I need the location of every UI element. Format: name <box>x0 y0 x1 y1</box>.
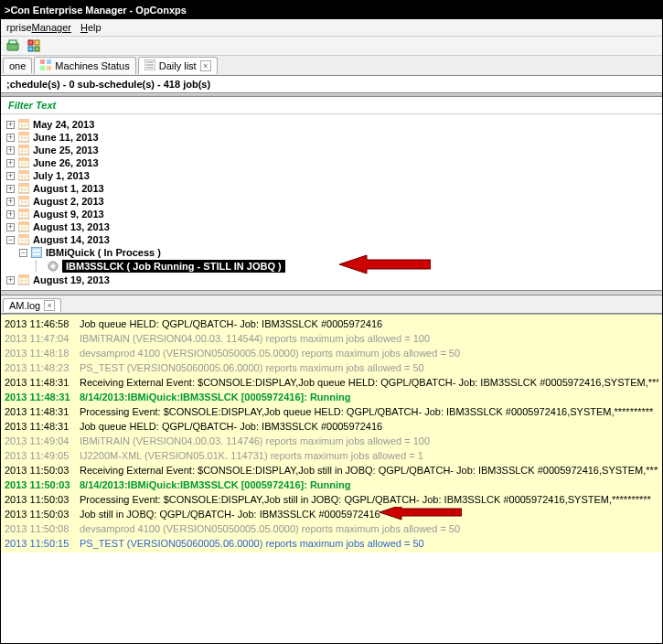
log-timestamp: 2013 11:49:04 <box>5 435 80 446</box>
log-row: 2013 11:50:15PS_TEST (VERSION05060005.06… <box>5 536 658 551</box>
svg-rect-1 <box>9 40 16 44</box>
expand-icon[interactable]: + <box>6 198 15 206</box>
svg-marker-75 <box>380 507 462 520</box>
tree-date-row[interactable]: +August 19, 2013 <box>3 274 660 286</box>
close-icon[interactable]: × <box>44 300 55 311</box>
tree-date-label: August 13, 2013 <box>33 221 110 232</box>
log-row: 2013 11:50:03Job still in JOBQ: QGPL/QBA… <box>5 507 658 521</box>
tree-schedule-row[interactable]: −IBMiQuick ( In Process ) <box>16 246 660 259</box>
svg-rect-30 <box>18 158 29 161</box>
log-panel: 2013 11:46:58Job queue HELD: QGPL/QBATCH… <box>1 314 662 553</box>
tree-date-label: June 26, 2013 <box>33 157 99 168</box>
tree-date-row[interactable]: +June 26, 2013 <box>3 156 660 169</box>
expand-icon[interactable]: + <box>6 134 15 142</box>
log-timestamp: 2013 11:50:03 <box>5 465 80 476</box>
toolbar-icon-2[interactable] <box>27 39 40 52</box>
window-titlebar: >Con Enterprise Manager - OpConxps <box>1 1 662 19</box>
editor-tabstrip: one Machines Status Daily list × <box>1 56 662 76</box>
tree-date-label: July 1, 2013 <box>33 170 90 181</box>
log-row: 2013 11:48:318/14/2013:IBMiQuick:IBM3SSL… <box>5 390 658 404</box>
svg-rect-3 <box>35 40 39 45</box>
tree-date-row[interactable]: −August 14, 2013 <box>3 233 660 246</box>
svg-rect-45 <box>18 197 29 199</box>
tab-label: Daily list <box>159 60 197 71</box>
svg-rect-9 <box>47 66 51 70</box>
tree-date-label: May 24, 2013 <box>33 119 94 130</box>
collapse-icon[interactable]: − <box>6 236 15 244</box>
machines-icon <box>40 59 51 72</box>
tab-one[interactable]: one <box>3 58 32 73</box>
log-row: 2013 11:50:03Processing Event: $CONSOLE:… <box>5 492 658 507</box>
tab-daily-list[interactable]: Daily list × <box>138 57 218 74</box>
log-row: 2013 11:48:18devsamprod 4100 (VERSION050… <box>5 346 658 360</box>
menu-manager[interactable]: rpriseManager <box>6 22 71 33</box>
svg-marker-69 <box>339 255 431 274</box>
log-row: 2013 11:50:038/14/2013:IBMiQuick:IBM3SSL… <box>5 478 658 492</box>
tree-date-row[interactable]: +June 25, 2013 <box>3 144 660 156</box>
svg-rect-64 <box>31 247 42 258</box>
expand-icon[interactable]: + <box>6 121 15 129</box>
svg-rect-60 <box>18 235 29 238</box>
log-row: 2013 11:48:31Processing Event: $CONSOLE:… <box>5 404 658 419</box>
filter-text[interactable]: Filter Text <box>1 97 662 114</box>
tree-date-label: August 9, 2013 <box>33 209 104 220</box>
toolbar-icon-1[interactable] <box>6 39 19 52</box>
tree-date-row[interactable]: +August 2, 2013 <box>3 195 660 208</box>
svg-rect-8 <box>40 66 45 70</box>
svg-rect-5 <box>35 47 39 51</box>
log-timestamp: 2013 11:50:15 <box>5 538 80 549</box>
menu-help[interactable]: Help <box>80 22 102 33</box>
expand-icon[interactable]: + <box>6 276 15 284</box>
svg-rect-7 <box>47 59 51 64</box>
log-row: 2013 11:46:58Job queue HELD: QGPL/QBATCH… <box>5 317 658 331</box>
log-tabstrip: AM.log × <box>1 295 662 314</box>
expand-icon[interactable]: + <box>6 146 15 155</box>
tree-date-row[interactable]: +August 13, 2013 <box>3 220 660 233</box>
log-message: Job queue HELD: QGPL/QBATCH- Job: IBM3SS… <box>80 421 658 432</box>
log-message: Receiving External Event: $CONSOLE:DISPL… <box>80 377 658 388</box>
log-row: 2013 11:50:08devsamprod 4100 (VERSION050… <box>5 521 658 536</box>
expand-icon[interactable]: + <box>6 159 15 167</box>
tree-date-label: August 1, 2013 <box>33 183 104 194</box>
toolbar <box>1 37 662 56</box>
log-message: Receiving External Event: $CONSOLE:DISPL… <box>80 465 658 476</box>
log-timestamp: 2013 11:46:58 <box>5 318 80 329</box>
log-timestamp: 2013 11:50:03 <box>5 479 80 490</box>
log-message: IBMiTRAIN (VERSION04.00.03. 114544) repo… <box>80 333 658 344</box>
collapse-icon[interactable]: − <box>19 249 27 257</box>
svg-rect-71 <box>18 275 29 278</box>
close-icon[interactable]: × <box>200 60 211 71</box>
log-message: devsamprod 4100 (VERSION05050005.05.0000… <box>80 523 658 534</box>
expand-icon[interactable]: + <box>6 185 15 193</box>
tree-date-label: August 2, 2013 <box>33 196 104 207</box>
tree-date-row[interactable]: +August 9, 2013 <box>3 208 660 220</box>
log-message: IJ2200M-XML (VERSION05.01K. 114731) repo… <box>80 450 658 461</box>
tree-date-row[interactable]: +August 1, 2013 <box>3 182 660 195</box>
tree-job-row[interactable]: IBM3SSLCK ( Job Running - STILL IN JOBQ … <box>28 259 660 274</box>
tree-date-row[interactable]: +June 11, 2013 <box>3 131 660 144</box>
tab-label: Machines Status <box>55 60 129 71</box>
log-timestamp: 2013 11:50:03 <box>5 509 80 520</box>
log-tab[interactable]: AM.log × <box>3 298 61 312</box>
svg-rect-65 <box>33 250 40 252</box>
tree-date-row[interactable]: +May 24, 2013 <box>3 118 660 131</box>
log-row: 2013 11:50:03Receiving External Event: $… <box>5 463 658 478</box>
log-timestamp: 2013 11:48:31 <box>5 377 80 388</box>
expand-icon[interactable]: + <box>6 172 15 180</box>
log-tab-label: AM.log <box>9 300 40 311</box>
log-message: PS_TEST (VERSION05060005.06.0000) report… <box>80 538 658 549</box>
log-message: Processing Event: $CONSOLE:DISPLAY,Job q… <box>80 406 658 417</box>
log-timestamp: 2013 11:48:31 <box>5 406 80 417</box>
log-timestamp: 2013 11:47:04 <box>5 333 80 344</box>
log-row: 2013 11:48:23PS_TEST (VERSION05060005.06… <box>5 360 658 375</box>
log-message: Job still in JOBQ: QGPL/QBATCH- Job: IBM… <box>80 509 658 520</box>
log-row: 2013 11:47:04IBMiTRAIN (VERSION04.00.03.… <box>5 331 658 346</box>
schedule-summary: ;chedule(s) - 0 sub-schedule(s) - 418 jo… <box>1 76 662 93</box>
expand-icon[interactable]: + <box>6 210 15 219</box>
tab-machines-status[interactable]: Machines Status <box>34 57 135 74</box>
svg-rect-35 <box>18 171 29 174</box>
expand-icon[interactable]: + <box>6 223 15 231</box>
tree-date-row[interactable]: +July 1, 2013 <box>3 169 660 182</box>
log-message: 8/14/2013:IBMiQuick:IBM3SSLCK [000597241… <box>80 392 658 402</box>
log-message: Job queue HELD: QGPL/QBATCH- Job: IBM3SS… <box>80 318 658 329</box>
